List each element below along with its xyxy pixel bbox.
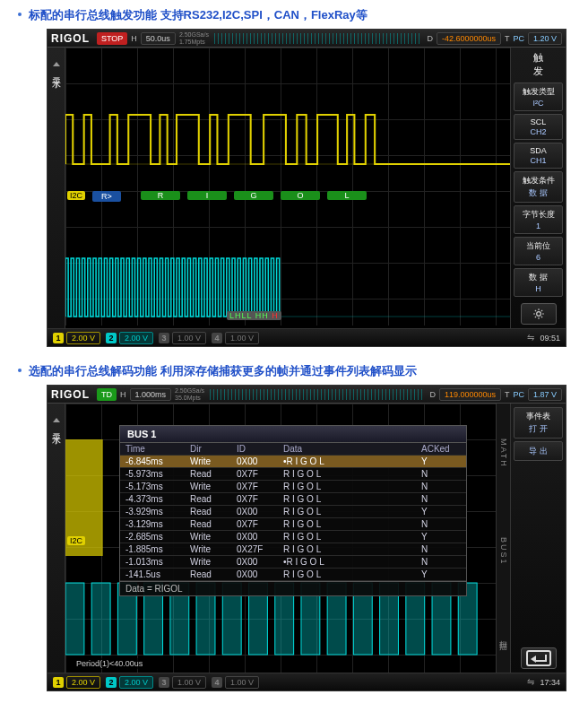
batt-value: 1.20 V [528, 32, 562, 45]
left-gutter: 水平 [48, 404, 65, 673]
ch2-readout[interactable]: 22.00 V [106, 676, 153, 689]
ch1-readout[interactable]: 12.00 V [53, 676, 100, 689]
event-table-title: BUS 1 [120, 426, 466, 443]
batt-label: PC [513, 390, 524, 399]
menu-trigger-type[interactable]: 触发类型I²C [514, 82, 563, 111]
scroll-up-icon[interactable] [53, 418, 60, 422]
timebase-value[interactable]: 1.000ms [130, 388, 172, 401]
cell-data: R I G O L [283, 519, 421, 529]
feature-bullet-2: 选配的串行总线解码功能 利用深存储捕获更多的帧并通过事件列表解码显示 [18, 363, 588, 379]
cell-ack: N [421, 469, 461, 479]
cell-id: 0X00 [237, 569, 283, 579]
trig-label: T [505, 34, 510, 43]
scroll-up-icon[interactable] [53, 62, 60, 66]
scope1-side-menu: 触 发 触发类型I²C SCLCH2 SDACH1 触发条件数 据 字节长度1 … [510, 48, 566, 328]
run-state-pill[interactable]: TD [97, 388, 117, 401]
overview-tickmarks [210, 389, 424, 400]
menu-cur-bit[interactable]: 当前位6 [514, 237, 563, 265]
cell-data: •R I G O L [283, 456, 421, 466]
oscilloscope-screenshot-1: RIGOL STOP H 50.0us 2.50GSa/s 1.75Mpts D… [47, 29, 566, 347]
menu-trig-cond[interactable]: 触发条件数 据 [514, 171, 563, 203]
bus-byte: I [187, 191, 227, 200]
cell-dir: Write [190, 544, 237, 554]
brand-logo: RIGOL [51, 388, 90, 401]
menu-event-table[interactable]: 事件表打 开 [514, 407, 563, 438]
timebase-value[interactable]: 50.0us [141, 32, 176, 45]
cell-time: -1.013ms [125, 557, 190, 567]
cell-time: -6.845ms [125, 456, 190, 466]
sidev-math[interactable]: MATH [499, 438, 508, 468]
settings-button[interactable] [521, 303, 557, 325]
menu-byte-len[interactable]: 字节长度1 [514, 205, 563, 234]
cell-data: •R I G O L [283, 557, 421, 567]
table-row[interactable]: -1.885msWrite0X27FR I G O LN [120, 543, 466, 556]
cell-id: 0X27F [237, 544, 283, 554]
cell-dir: Write [190, 482, 237, 491]
table-row[interactable]: -3.929msRead0X00R I G O LY [120, 506, 466, 518]
menu-data[interactable]: 数 据H [514, 268, 563, 297]
side-vertical-tabs: MATH BUS1 扫描 [496, 404, 510, 673]
ch3-readout[interactable]: 31.00 V [159, 332, 206, 344]
cell-data: R I G O L [283, 494, 421, 504]
run-state-pill[interactable]: STOP [97, 32, 127, 45]
event-table-header: Time Dir ID Data ACKed [120, 443, 466, 456]
table-row[interactable]: -2.685msWrite0X00R I G O LY [120, 531, 466, 543]
table-row[interactable]: -141.5usRead0X00R I G O LY [120, 569, 466, 581]
bus-byte: R [141, 191, 180, 200]
left-gutter: 水平 [48, 48, 65, 328]
menu-export[interactable]: 导 出 [514, 441, 563, 461]
scope2-side-menu: 事件表打 开 导 出 [510, 404, 566, 673]
bullet-dot-icon [18, 369, 22, 372]
usb-icon: ⇋ [527, 333, 534, 343]
timebase-label: H [120, 390, 126, 399]
table-row[interactable]: -5.973msRead0X7FR I G O LN [120, 468, 466, 481]
cell-id: 0X00 [237, 557, 283, 567]
cell-dir: Read [190, 569, 237, 579]
side-menu-header: 触 发 [514, 51, 563, 78]
ch3-readout[interactable]: 31.00 V [159, 676, 206, 689]
table-row[interactable]: -5.173msWrite0X7FR I G O LN [120, 481, 466, 493]
delay-value[interactable]: 119.000000us [439, 388, 501, 401]
timebase-label: H [131, 34, 137, 43]
table-row[interactable]: -4.373msRead0X7FR I G O LN [120, 493, 466, 506]
waveform-area-1[interactable]: I2C R> R I G O L LHLL HH H [65, 48, 510, 326]
table-row[interactable]: -3.129msRead0X7FR I G O LN [120, 518, 466, 531]
ch4-readout[interactable]: 41.00 V [212, 676, 259, 689]
table-row[interactable]: -6.845msWrite0X00•R I G O LY [120, 456, 466, 468]
table-row[interactable]: -1.013msWrite0X00•R I G O LN [120, 556, 466, 569]
col-id: ID [237, 444, 283, 454]
sidev-scan[interactable]: 扫描 [497, 634, 509, 638]
trigger-pattern: LHLL HH H [227, 311, 281, 320]
scroll-down-icon[interactable] [53, 433, 60, 438]
col-data: Data [283, 444, 421, 454]
cell-ack: Y [421, 532, 461, 542]
delay-value[interactable]: -42.6000000us [437, 32, 501, 45]
scope1-bottombar: 12.00 V 22.00 V 31.00 V 41.00 V ⇋ 09:51 [48, 328, 566, 346]
scroll-down-icon[interactable] [53, 77, 60, 82]
ch4-readout[interactable]: 41.00 V [212, 332, 259, 344]
cell-id: 0X7F [237, 519, 283, 529]
waveform-area-2[interactable]: I2C BUS 1 Time Dir ID Data ACKed -6.845m… [65, 404, 496, 673]
menu-scl[interactable]: SCLCH2 [514, 114, 563, 140]
ch2-readout[interactable]: 22.00 V [106, 332, 153, 344]
measurement-readout: Period(1)<40.00us [73, 658, 146, 669]
bus-rw-tag: R> [92, 191, 121, 202]
menu-sda[interactable]: SDACH1 [514, 143, 563, 169]
cell-time: -3.129ms [125, 519, 190, 529]
scope2-topbar: RIGOL TD H 1.000ms 2.50GSa/s 35.0Mpts D … [48, 386, 566, 404]
cell-time: -141.5us [125, 569, 190, 579]
event-table-window: BUS 1 Time Dir ID Data ACKed -6.845msWri… [119, 425, 467, 596]
cell-dir: Write [190, 557, 237, 567]
cell-id: 0X7F [237, 469, 283, 479]
bus-byte: L [327, 191, 367, 200]
scope2-bottombar: 12.00 V 22.00 V 31.00 V 41.00 V ⇋ 17:34 [48, 673, 566, 690]
svg-point-0 [536, 312, 540, 317]
cell-time: -3.929ms [125, 507, 190, 517]
cell-ack: N [421, 557, 461, 567]
bullet-dot-icon [18, 13, 22, 16]
event-table-body[interactable]: -6.845msWrite0X00•R I G O LY-5.973msRead… [120, 456, 466, 581]
return-button[interactable] [521, 647, 557, 669]
ch1-readout[interactable]: 12.00 V [53, 332, 100, 344]
sidev-bus1[interactable]: BUS1 [499, 537, 508, 566]
cell-ack: N [421, 494, 461, 504]
